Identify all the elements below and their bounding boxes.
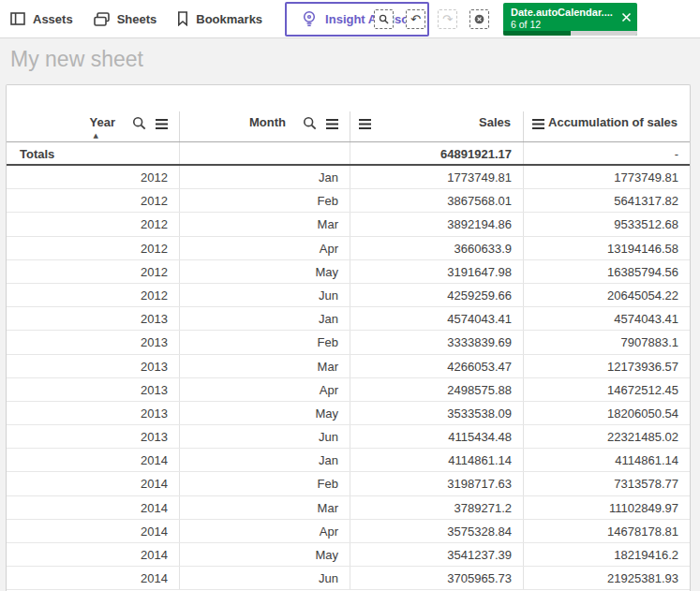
accumulation-cell: 9533512.68	[523, 213, 690, 235]
column-label-accumulation: Accumulation of sales	[548, 115, 678, 129]
month-cell[interactable]: Jan	[179, 449, 350, 471]
sales-cell: 3789271.2	[350, 496, 523, 519]
table-body: 2012Jan1773749.811773749.812012Feb386756…	[7, 166, 690, 590]
table-row: 2013Jun4115434.4822321485.02	[7, 425, 690, 449]
year-cell[interactable]: 2014	[7, 520, 179, 542]
sales-cell: 3191647.98	[350, 260, 523, 283]
totals-accumulation: -	[523, 142, 690, 164]
month-cell[interactable]: Mar	[179, 496, 350, 519]
totals-sales: 64891921.17	[350, 142, 523, 164]
year-cell[interactable]: 2012	[7, 260, 179, 283]
year-cell[interactable]: 2013	[7, 402, 179, 424]
accumulation-cell: 4114861.14	[523, 449, 690, 471]
month-cell[interactable]: Feb	[179, 472, 350, 495]
year-cell[interactable]: 2012	[7, 284, 179, 306]
sales-cell: 3333839.69	[350, 331, 523, 353]
year-cell[interactable]: 2014	[7, 472, 179, 495]
table-row: 2014May3541237.3918219416.2	[7, 543, 690, 567]
column-menu-icon[interactable]	[155, 118, 169, 130]
month-cell[interactable]: Feb	[179, 189, 350, 212]
year-cell[interactable]: 2013	[7, 307, 179, 330]
sales-cell: 3705965.73	[350, 567, 523, 589]
year-cell[interactable]: 2014	[7, 496, 179, 519]
month-cell[interactable]: Apr	[179, 520, 350, 542]
clear-selections-button[interactable]	[469, 9, 489, 29]
accumulation-cell: 13194146.58	[523, 237, 690, 259]
selection-progress-bar	[503, 31, 637, 36]
month-cell[interactable]: Jan	[179, 166, 350, 188]
selection-chip[interactable]: Date.autoCalendar.... 6 of 12	[503, 3, 637, 36]
column-label-year: Year	[90, 115, 115, 129]
sales-cell: 4266053.47	[350, 355, 523, 377]
selection-field-name: Date.autoCalendar....	[503, 3, 637, 19]
clear-circle-in-brackets-icon	[474, 14, 484, 24]
month-cell[interactable]: May	[179, 543, 350, 566]
year-cell[interactable]: 2014	[7, 449, 179, 471]
sheets-button[interactable]: Sheets	[83, 0, 168, 37]
year-cell[interactable]: 2014	[7, 543, 179, 566]
month-cell[interactable]: Jun	[179, 284, 350, 306]
accumulation-cell: 21925381.93	[523, 567, 690, 589]
year-cell[interactable]: 2013	[7, 425, 179, 448]
column-menu-icon[interactable]	[531, 118, 545, 130]
table-row: 2012Jan1773749.811773749.81	[7, 166, 690, 189]
accumulation-cell: 18206050.54	[523, 402, 690, 424]
month-cell[interactable]: Jun	[179, 425, 350, 448]
column-header-sales[interactable]: Sales	[350, 85, 523, 141]
accumulation-cell: 20645054.22	[523, 284, 690, 306]
column-header-month[interactable]: Month	[179, 85, 350, 141]
table-header-row: Year ▲ Month Sales	[7, 85, 690, 142]
sales-cell: 3867568.01	[350, 189, 523, 212]
accumulation-cell: 7907883.1	[523, 331, 690, 353]
year-cell[interactable]: 2013	[7, 355, 179, 377]
table-row: 2014Mar3789271.211102849.97	[7, 496, 690, 520]
year-cell[interactable]: 2013	[7, 378, 179, 401]
selections-search-button[interactable]	[374, 9, 394, 29]
year-cell[interactable]: 2014	[7, 567, 179, 589]
step-forward-button[interactable]: ↷	[438, 9, 457, 29]
redo-icon: ↷	[442, 13, 453, 25]
column-header-year[interactable]: Year ▲	[7, 85, 179, 141]
year-cell[interactable]: 2012	[7, 213, 179, 235]
table-row: 2014Jun3705965.7321925381.93	[7, 567, 690, 590]
column-menu-icon[interactable]	[325, 118, 339, 130]
selection-count: 6 of 12	[503, 19, 637, 30]
top-toolbar: Assets Sheets Bookmarks Insight Advisor	[0, 0, 700, 38]
column-menu-icon[interactable]	[358, 118, 372, 130]
totals-row: Totals 64891921.17 -	[7, 142, 690, 166]
accumulation-cell: 1773749.81	[523, 166, 690, 188]
close-icon[interactable]	[620, 11, 633, 23]
table-row: 2013Jan4574043.414574043.41	[7, 307, 690, 331]
sheets-label: Sheets	[117, 12, 157, 26]
step-back-button[interactable]: ↶	[406, 9, 425, 29]
sheet-title: My new sheet	[10, 47, 143, 72]
accumulation-cell: 14678178.81	[523, 520, 690, 542]
search-icon[interactable]	[303, 116, 317, 130]
accumulation-cell: 11102849.97	[523, 496, 690, 519]
column-header-accumulation[interactable]: Accumulation of sales	[523, 85, 690, 141]
assets-button[interactable]: Assets	[0, 0, 83, 37]
month-cell[interactable]: Mar	[179, 213, 350, 235]
month-cell[interactable]: Apr	[179, 237, 350, 259]
month-cell[interactable]: May	[179, 402, 350, 424]
table-row: 2013Apr2498575.8814672512.45	[7, 378, 690, 402]
search-icon[interactable]	[132, 116, 146, 130]
month-cell[interactable]: Jan	[179, 307, 350, 330]
year-cell[interactable]: 2013	[7, 331, 179, 353]
year-cell[interactable]: 2012	[7, 237, 179, 259]
accumulation-cell: 12173936.57	[523, 355, 690, 377]
table-row: 2014Apr3575328.8414678178.81	[7, 520, 690, 543]
month-cell[interactable]: Mar	[179, 355, 350, 377]
sales-cell: 4574043.41	[350, 307, 523, 330]
accumulation-cell: 16385794.56	[523, 260, 690, 283]
table-row: 2013May3533538.0918206050.54	[7, 402, 690, 425]
table-row: 2014Jan4114861.144114861.14	[7, 449, 690, 472]
sort-ascending-icon: ▲	[94, 132, 98, 140]
year-cell[interactable]: 2012	[7, 166, 179, 188]
month-cell[interactable]: Feb	[179, 331, 350, 353]
month-cell[interactable]: Apr	[179, 378, 350, 401]
month-cell[interactable]: May	[179, 260, 350, 283]
year-cell[interactable]: 2012	[7, 189, 179, 212]
month-cell[interactable]: Jun	[179, 567, 350, 589]
bookmarks-button[interactable]: Bookmarks	[167, 0, 273, 37]
